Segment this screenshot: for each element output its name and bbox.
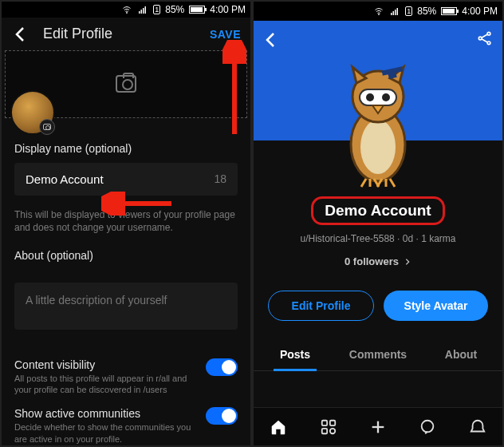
content-visibility-title: Content visibility <box>14 358 198 371</box>
svg-rect-25 <box>321 420 326 425</box>
svg-point-31 <box>422 420 434 432</box>
sim-icon: 1 <box>405 6 412 16</box>
clock: 4:00 PM <box>462 6 498 17</box>
back-icon[interactable] <box>262 30 281 49</box>
svg-point-13 <box>487 32 490 35</box>
edit-profile-screen: 1 85% 4:00 PM Edit Profile SAVE Display … <box>2 2 250 445</box>
svg-rect-9 <box>393 11 395 15</box>
content-visibility-desc: All posts to this profile will appear in… <box>14 373 198 397</box>
display-name-input[interactable] <box>26 172 214 186</box>
svg-line-16 <box>482 39 488 42</box>
display-name: Demo Account <box>311 196 444 225</box>
active-communities-desc: Decide whether to show the communities y… <box>14 421 198 445</box>
active-communities-title: Show active communities <box>14 407 198 420</box>
tab-comments[interactable]: Comments <box>337 338 419 370</box>
user-meta-line: u/Historical-Tree-5588 · 0d · 1 karma <box>254 233 502 244</box>
save-button[interactable]: SAVE <box>210 28 241 41</box>
svg-point-7 <box>379 14 380 15</box>
svg-rect-3 <box>143 8 144 14</box>
active-communities-row: Show active communities Decide whether t… <box>2 396 250 445</box>
battery-percent: 85% <box>417 6 436 17</box>
camera-icon <box>116 75 136 93</box>
about-label: About (optional) <box>14 249 238 262</box>
svg-rect-1 <box>139 11 140 14</box>
edit-profile-button[interactable]: Edit Profile <box>268 291 374 321</box>
status-bar: 1 85% 4:00 PM <box>254 2 502 21</box>
svg-point-22 <box>382 93 390 101</box>
page-title: Edit Profile <box>43 26 210 42</box>
avatar-upload[interactable] <box>10 90 55 135</box>
battery-icon <box>441 7 457 15</box>
char-counter: 18 <box>214 172 226 185</box>
profile-actions: Edit Profile Style Avatar <box>254 291 502 321</box>
signal-icon <box>137 5 148 14</box>
svg-point-12 <box>478 37 482 40</box>
battery-icon <box>189 6 205 14</box>
bottom-nav <box>254 407 502 445</box>
active-communities-toggle[interactable] <box>206 407 238 425</box>
clock: 4:00 PM <box>210 4 246 15</box>
chevron-right-icon <box>404 258 411 266</box>
create-icon[interactable] <box>369 418 387 436</box>
profile-avatar <box>326 53 430 188</box>
display-name-label: Display name (optional) <box>14 142 238 155</box>
svg-rect-20 <box>360 89 396 105</box>
battery-percent: 85% <box>165 4 184 15</box>
home-icon[interactable] <box>270 418 287 436</box>
style-avatar-button[interactable]: Style Avatar <box>384 291 488 321</box>
profile-screen: 1 85% 4:00 PM Demo Acco <box>254 2 502 445</box>
svg-point-18 <box>360 120 396 174</box>
about-box <box>14 283 238 329</box>
svg-rect-4 <box>145 6 147 14</box>
svg-rect-11 <box>397 8 399 15</box>
wifi-icon <box>373 6 384 16</box>
svg-rect-8 <box>391 13 392 15</box>
svg-rect-10 <box>395 10 396 15</box>
edit-profile-header: Edit Profile SAVE <box>2 18 250 50</box>
back-icon[interactable] <box>11 25 30 44</box>
sim-icon: 1 <box>153 5 160 14</box>
svg-line-15 <box>482 34 488 38</box>
svg-point-21 <box>366 93 374 101</box>
svg-rect-27 <box>321 428 326 433</box>
banner-upload[interactable] <box>5 50 247 118</box>
content-visibility-row: Content visibility All posts to this pro… <box>2 347 250 397</box>
display-name-hint: This will be displayed to viewers of you… <box>2 202 250 235</box>
svg-point-28 <box>329 428 334 433</box>
followers-link[interactable]: 0 followers <box>345 255 411 267</box>
status-bar: 1 85% 4:00 PM <box>2 2 250 18</box>
chat-icon[interactable] <box>419 418 436 436</box>
signal-icon <box>389 6 400 16</box>
svg-point-14 <box>487 42 490 45</box>
svg-rect-2 <box>141 10 143 14</box>
about-section: About (optional) <box>2 235 250 276</box>
profile-tabs: Posts Comments About <box>254 338 502 371</box>
tab-posts[interactable]: Posts <box>254 338 337 370</box>
profile-banner <box>254 21 502 140</box>
svg-rect-26 <box>329 420 334 425</box>
camera-icon <box>39 119 55 135</box>
share-icon[interactable] <box>477 30 493 46</box>
display-name-row: 18 <box>14 163 238 196</box>
content-visibility-toggle[interactable] <box>206 358 238 376</box>
svg-point-0 <box>127 13 128 14</box>
followers-count: 0 followers <box>345 255 399 267</box>
about-input[interactable] <box>26 294 226 319</box>
tab-about[interactable]: About <box>419 338 502 370</box>
discover-icon[interactable] <box>320 418 337 436</box>
wifi-icon <box>121 5 132 14</box>
inbox-icon[interactable] <box>469 418 486 436</box>
